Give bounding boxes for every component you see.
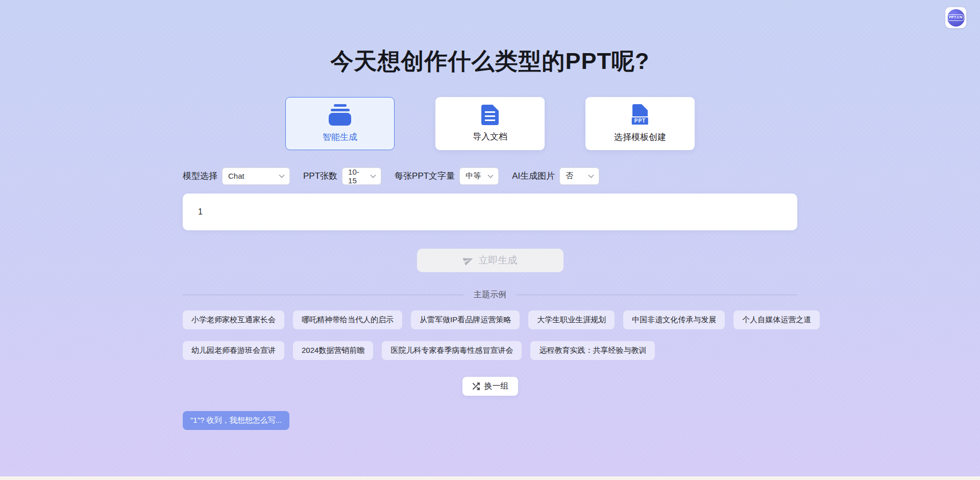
ai-images-select-label: AI生成图片 (512, 170, 555, 182)
ppt-file-icon: PPT (628, 104, 652, 126)
topic-chip[interactable]: 大学生职业生涯规划 (528, 310, 615, 329)
card-import-document[interactable]: 导入文档 (435, 97, 545, 150)
card-choose-template[interactable]: PPT 选择模板创建 (585, 97, 695, 150)
generate-row: 立即生成 (183, 249, 797, 272)
prompt-input[interactable]: 1 (183, 194, 797, 230)
chevron-down-icon (370, 174, 376, 178)
chevron-down-icon (588, 174, 594, 178)
divider-line (183, 295, 463, 295)
assistant-message-bubble: "1"? 收到，我想想怎么写... (183, 411, 289, 430)
assistant-bubble-row: "1"? 收到，我想想怎么写... (183, 411, 797, 430)
stack-icon (328, 104, 352, 126)
topic-chip[interactable]: 远程教育实践：共享经验与教训 (530, 341, 655, 360)
topic-chip[interactable]: 2024数据营销前瞻 (293, 341, 373, 360)
model-select[interactable]: Chat (222, 167, 290, 185)
text-amount-select[interactable]: 中等 (459, 167, 499, 185)
option-pages: PPT张数 10-15 (303, 167, 381, 185)
topic-chip[interactable]: 从雷军做IP看品牌运营策略 (411, 310, 520, 329)
generation-options: 模型选择 Chat PPT张数 10-15 每张PPT文字量 中等 AI生成图片… (183, 167, 797, 185)
topic-chip[interactable]: 幼儿园老师春游班会宣讲 (183, 341, 284, 360)
shuffle-button[interactable]: 换一组 (462, 377, 518, 396)
main-content: 今天想创作什么类型的PPT呢? 智能生成 导入文档 PPT 选择模板创建 模型选… (183, 0, 797, 430)
card-choose-template-label: 选择模板创建 (614, 131, 666, 143)
topic-chip[interactable]: 中国非遗文化传承与发展 (623, 310, 725, 329)
model-select-value: Chat (228, 172, 244, 180)
generate-button[interactable]: 立即生成 (417, 249, 564, 272)
text-amount-select-value: 中等 (465, 171, 481, 181)
app-logo[interactable]: PPT.CN (945, 7, 966, 28)
card-import-document-label: 导入文档 (473, 131, 507, 142)
pages-select[interactable]: 10-15 (342, 167, 381, 185)
pages-select-value: 10-15 (348, 167, 367, 185)
divider-line (517, 295, 797, 295)
model-select-label: 模型选择 (183, 170, 217, 182)
option-text-amount: 每张PPT文字量 中等 (395, 167, 499, 185)
chevron-down-icon (279, 174, 285, 178)
example-topics-row-1: 小学老师家校互通家长会 哪吒精神带给当代人的启示 从雷军做IP看品牌运营策略 大… (183, 310, 797, 329)
topic-chip[interactable]: 医院儿科专家春季病毒性感冒宣讲会 (382, 341, 522, 360)
topic-chip[interactable]: 小学老师家校互通家长会 (183, 310, 284, 329)
option-ai-images: AI生成图片 否 (512, 167, 599, 185)
creation-type-cards: 智能生成 导入文档 PPT 选择模板创建 (183, 97, 797, 150)
text-amount-select-label: 每张PPT文字量 (395, 170, 455, 182)
document-icon (481, 105, 499, 125)
shuffle-icon (472, 382, 480, 391)
topic-chip[interactable]: 个人自媒体运营之道 (733, 310, 820, 329)
ai-images-select-value: 否 (566, 171, 573, 181)
example-topics-row-2: 幼儿园老师春游班会宣讲 2024数据营销前瞻 医院儿科专家春季病毒性感冒宣讲会 … (183, 341, 797, 360)
ai-images-select[interactable]: 否 (559, 167, 599, 185)
logo-text: PPT.CN (947, 14, 964, 20)
logo-circle-icon: PPT.CN (947, 9, 965, 27)
topic-chip[interactable]: 哪吒精神带给当代人的启示 (293, 310, 402, 329)
page-title: 今天想创作什么类型的PPT呢? (183, 0, 797, 77)
card-smart-generate-label: 智能生成 (323, 131, 357, 143)
generate-button-label: 立即生成 (479, 254, 518, 267)
ppt-badge-text: PPT (631, 116, 649, 126)
examples-divider: 主题示例 (183, 290, 797, 300)
option-model: 模型选择 Chat (183, 167, 290, 185)
chevron-down-icon (487, 174, 494, 178)
pages-select-label: PPT张数 (303, 170, 337, 182)
examples-section-title: 主题示例 (474, 290, 506, 300)
shuffle-row: 换一组 (183, 377, 797, 396)
paper-plane-icon (461, 253, 475, 267)
shuffle-button-label: 换一组 (484, 381, 509, 392)
card-smart-generate[interactable]: 智能生成 (285, 97, 395, 150)
